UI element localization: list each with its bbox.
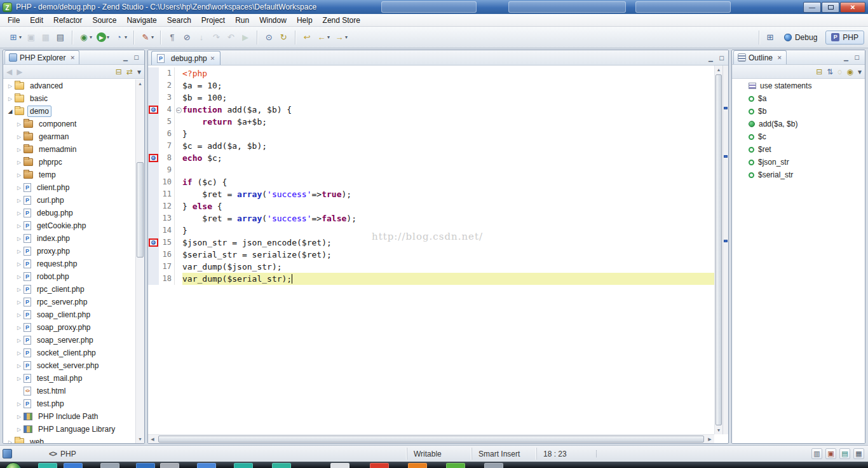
scroll-right-arrow[interactable]: ▶ (705, 435, 714, 443)
code-line-2[interactable]: 2$a = 10; (148, 79, 714, 92)
outline-item-use-statements[interactable]: use statements (732, 79, 865, 92)
code-line-17[interactable]: 17var_dump($json_str); (148, 261, 714, 273)
code-line-3[interactable]: 3$b = 100; (148, 92, 714, 104)
expander-collapsed-icon[interactable]: ▷ (15, 185, 24, 191)
outline-item-json-str[interactable]: $json_str (732, 156, 865, 169)
outline-item-add-a-b[interactable]: add($a, $b) (732, 118, 865, 130)
maximize-editor-button[interactable]: ☐ (717, 55, 726, 62)
tree-item-component[interactable]: ▷component (3, 118, 135, 130)
step-return-button[interactable]: ↶ (224, 31, 238, 44)
expander-collapsed-icon[interactable]: ▷ (15, 312, 24, 318)
taskbar-app-13[interactable] (484, 463, 503, 468)
code-line-4[interactable]: 4−function add($a, $b) { (148, 104, 714, 116)
taskbar-app-3[interactable] (100, 463, 119, 468)
tree-item-getcookie-php[interactable]: ▷PgetCookie.php (3, 219, 135, 232)
tree-item-socket-server-php[interactable]: ▷Psocket_server.php (3, 359, 135, 372)
profile-button[interactable]: ◔▾ (112, 31, 129, 44)
expander-collapsed-icon[interactable]: ▷ (15, 198, 24, 203)
tree-item-test-mail-php[interactable]: ▷Ptest_mail.php (3, 372, 135, 385)
code-line-11[interactable]: 11 $ret = array('success'=>true); (148, 188, 714, 200)
scrollbar-thumb[interactable] (158, 436, 704, 443)
expander-collapsed-icon[interactable]: ▷ (15, 325, 24, 331)
expander-collapsed-icon[interactable]: ▷ (15, 172, 24, 178)
expander-collapsed-icon[interactable]: ▷ (15, 210, 24, 216)
scroll-up-arrow[interactable]: ▲ (715, 65, 722, 74)
code-line-18[interactable]: 18var_dump($serial_str); (148, 273, 714, 285)
breakpoint-icon[interactable] (151, 240, 156, 245)
menu-file[interactable]: File (3, 15, 25, 26)
taskbar-app-11[interactable] (408, 463, 427, 468)
menu-search[interactable]: Search (162, 15, 196, 26)
expander-collapsed-icon[interactable]: ▷ (15, 287, 24, 292)
expander-collapsed-icon[interactable]: ▷ (6, 83, 15, 89)
expander-collapsed-icon[interactable]: ▷ (15, 261, 24, 267)
tree-item-php-include-path[interactable]: ▷PHP Include Path (3, 410, 135, 423)
close-view-icon[interactable]: ✕ (70, 55, 75, 61)
tree-item-request-php[interactable]: ▷Prequest.php (3, 258, 135, 270)
fold-gutter[interactable]: − (174, 104, 182, 116)
close-tab-icon[interactable]: ✕ (210, 55, 215, 62)
taskbar-app-1[interactable] (38, 463, 57, 468)
close-window-button[interactable]: ✕ (840, 2, 865, 13)
breakpoint-icon[interactable] (151, 107, 156, 112)
editor-vertical-scrollbar[interactable]: ▲ ▼ (714, 65, 722, 434)
start-button[interactable] (5, 462, 22, 468)
expander-collapsed-icon[interactable]: ▷ (15, 414, 24, 420)
scroll-down-arrow[interactable]: ▼ (715, 426, 722, 434)
scrollbar-thumb[interactable] (137, 162, 144, 258)
external-tools-dropdown-arrow[interactable]: ▾ (151, 34, 154, 40)
expander-collapsed-icon[interactable]: ▷ (15, 299, 24, 305)
skip-all-breakpoints-button[interactable]: ⊘ (180, 31, 194, 44)
code-line-7[interactable]: 7$c = add($a, $b); (148, 140, 714, 152)
last-edit-location-button[interactable]: ↩ (300, 31, 314, 44)
expander-collapsed-icon[interactable]: ▷ (15, 160, 24, 165)
scroll-left-arrow[interactable]: ◀ (148, 435, 157, 443)
forward-history-dropdown-arrow[interactable]: ▾ (345, 34, 348, 40)
expander-collapsed-icon[interactable]: ▷ (15, 223, 24, 229)
back-history-button[interactable]: ←▾ (315, 31, 332, 44)
filter-button[interactable]: ◉ (846, 68, 853, 76)
forward-history-button[interactable]: →▾ (332, 31, 349, 44)
step-into-button[interactable]: ↓ (194, 31, 208, 44)
search-button[interactable]: ⊙ (262, 31, 276, 44)
outline-item-ret[interactable]: $ret (732, 143, 865, 156)
maximize-view-button[interactable]: ☐ (853, 55, 861, 61)
minimize-view-button[interactable]: ▁ (121, 55, 130, 61)
tree-item-demo[interactable]: ◢demo (3, 105, 135, 118)
external-tools-button[interactable]: ✎▾ (139, 31, 156, 44)
expander-collapsed-icon[interactable]: ▷ (15, 401, 24, 407)
print-button[interactable]: ▤ (53, 31, 67, 44)
monitor-tray-icon[interactable]: ▦ (853, 448, 864, 459)
tree-item-temp[interactable]: ▷temp (3, 169, 135, 181)
taskbar-app-8[interactable] (272, 463, 291, 468)
menu-navigate[interactable]: Navigate (121, 15, 161, 26)
taskbar-app-10[interactable] (370, 463, 389, 468)
tree-item-memadmin[interactable]: ▷memadmin (3, 143, 135, 156)
tree-item-socket-client-php[interactable]: ▷Psocket_client.php (3, 347, 135, 359)
menu-project[interactable]: Project (196, 15, 230, 26)
tree-item-client-php[interactable]: ▷Pclient.php (3, 181, 135, 194)
outline-item-serial-str[interactable]: $serial_str (732, 169, 865, 181)
link-with-editor-button[interactable]: ⇄ (126, 68, 133, 76)
taskbar-app-4[interactable] (136, 463, 155, 468)
perspective-php-button[interactable]: P PHP (825, 31, 864, 45)
expander-collapsed-icon[interactable]: ▷ (15, 134, 24, 140)
code-line-16[interactable]: 16$serial_str = serialize($ret); (148, 249, 714, 261)
tree-item-debug-php[interactable]: ▷Pdebug.php (3, 207, 135, 219)
minimize-window-button[interactable]: — (803, 2, 821, 13)
editor-horizontal-scrollbar[interactable]: ◀ ▶ (148, 434, 714, 443)
menu-source[interactable]: Source (87, 15, 121, 26)
maximize-view-button[interactable]: ☐ (132, 55, 140, 61)
tree-item-robot-php[interactable]: ▷Probot.php (3, 270, 135, 283)
code-line-1[interactable]: 1<?php (148, 67, 714, 79)
view-menu-button[interactable]: ▾ (137, 68, 141, 76)
taskbar-app-5[interactable] (160, 463, 179, 468)
outline-item-c[interactable]: $c (732, 130, 865, 143)
expander-collapsed-icon[interactable]: ▷ (6, 439, 15, 444)
collapse-all-button[interactable]: ⊟ (816, 68, 822, 76)
explorer-scrollbar[interactable]: ▲ ▼ (135, 79, 144, 443)
expander-collapsed-icon[interactable]: ▷ (15, 338, 24, 343)
tree-item-basic[interactable]: ▷basic (3, 92, 135, 105)
tree-item-php-language-library[interactable]: ▷PHP Language Library (3, 423, 135, 436)
tree-item-phprpc[interactable]: ▷phprpc (3, 156, 135, 169)
